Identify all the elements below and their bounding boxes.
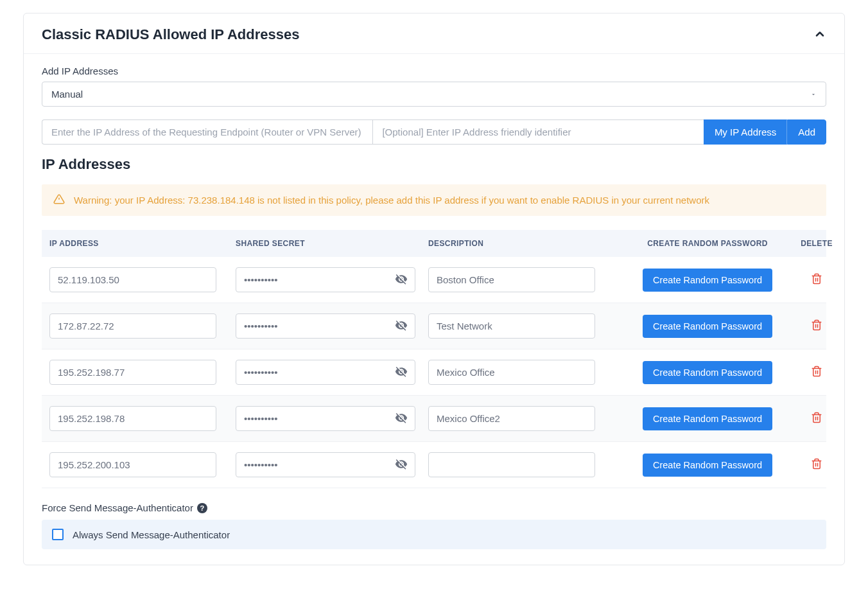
add-ip-input-row: My IP Address Add: [42, 119, 826, 145]
always-send-auth-checkbox[interactable]: [52, 529, 64, 540]
row-ip-input[interactable]: [49, 360, 216, 385]
create-random-password-button[interactable]: Create Random Password: [643, 315, 772, 338]
row-secret-input[interactable]: [236, 360, 415, 385]
row-desc-input[interactable]: [428, 452, 595, 477]
mode-select[interactable]: Manual: [42, 82, 826, 107]
warning-alert: Warning: your IP Address: 73.238.184.148…: [42, 184, 826, 216]
panel-body: Add IP Addresses Manual My IP Address Ad…: [24, 54, 844, 565]
force-send-auth-label: Force Send Message-Authenticator ?: [42, 502, 826, 513]
row-secret-input[interactable]: [236, 452, 415, 477]
th-secret: SHARED SECRET: [236, 239, 428, 248]
warning-icon: [53, 193, 65, 207]
row-desc-input[interactable]: [428, 360, 595, 385]
radius-allowed-ip-panel: Classic RADIUS Allowed IP Addresses Add …: [23, 13, 845, 565]
row-desc-input[interactable]: [428, 267, 595, 292]
always-send-auth-panel: Always Send Message-Authenticator: [42, 520, 826, 549]
create-random-password-button[interactable]: Create Random Password: [643, 269, 772, 292]
row-ip-input[interactable]: [49, 267, 216, 292]
caret-down-icon: [810, 89, 817, 100]
create-random-password-button[interactable]: Create Random Password: [643, 361, 772, 384]
add-button[interactable]: Add: [787, 119, 826, 145]
table-row: Create Random Password: [42, 349, 826, 396]
mode-select-wrap: Manual: [42, 82, 826, 107]
eye-off-icon[interactable]: [395, 319, 408, 333]
table-header: IP ADDRESS SHARED SECRET DESCRIPTION CRE…: [42, 230, 826, 257]
ip-addresses-title: IP Addresses: [42, 156, 826, 173]
table-row: Create Random Password: [42, 303, 826, 349]
table-row: Create Random Password: [42, 396, 826, 442]
mode-select-value: Manual: [51, 89, 83, 100]
help-icon[interactable]: ?: [197, 503, 207, 513]
th-desc: DESCRIPTION: [428, 239, 627, 248]
ip-address-input[interactable]: [42, 119, 372, 145]
row-ip-input[interactable]: [49, 452, 216, 477]
trash-icon[interactable]: [811, 322, 822, 333]
my-ip-button[interactable]: My IP Address: [704, 119, 787, 145]
warning-text: Warning: your IP Address: 73.238.184.148…: [74, 195, 709, 206]
th-create: CREATE RANDOM PASSWORD: [627, 239, 788, 248]
create-random-password-button[interactable]: Create Random Password: [643, 407, 772, 430]
row-secret-input[interactable]: [236, 267, 415, 292]
row-desc-input[interactable]: [428, 313, 595, 339]
th-ip: IP ADDRESS: [49, 239, 236, 248]
row-ip-input[interactable]: [49, 406, 216, 431]
table-body: Create Random PasswordCreate Random Pass…: [42, 257, 826, 488]
chevron-up-icon: [813, 28, 826, 42]
friendly-name-input[interactable]: [372, 119, 703, 145]
row-ip-input[interactable]: [49, 313, 216, 339]
th-delete: DELETE: [788, 239, 846, 248]
always-send-auth-text: Always Send Message-Authenticator: [73, 529, 230, 540]
eye-off-icon[interactable]: [395, 365, 408, 380]
add-ip-label: Add IP Addresses: [42, 66, 826, 76]
row-secret-input[interactable]: [236, 406, 415, 431]
trash-icon[interactable]: [811, 369, 822, 379]
table-row: Create Random Password: [42, 257, 826, 303]
panel-title: Classic RADIUS Allowed IP Addresses: [42, 26, 299, 43]
row-secret-input[interactable]: [236, 313, 415, 339]
trash-icon[interactable]: [811, 415, 822, 425]
panel-header[interactable]: Classic RADIUS Allowed IP Addresses: [24, 13, 844, 54]
eye-off-icon[interactable]: [395, 272, 408, 287]
row-desc-input[interactable]: [428, 406, 595, 431]
eye-off-icon[interactable]: [395, 457, 408, 472]
eye-off-icon[interactable]: [395, 411, 408, 426]
trash-icon[interactable]: [811, 461, 822, 472]
create-random-password-button[interactable]: Create Random Password: [643, 454, 772, 477]
table-row: Create Random Password: [42, 442, 826, 488]
trash-icon[interactable]: [811, 276, 822, 287]
